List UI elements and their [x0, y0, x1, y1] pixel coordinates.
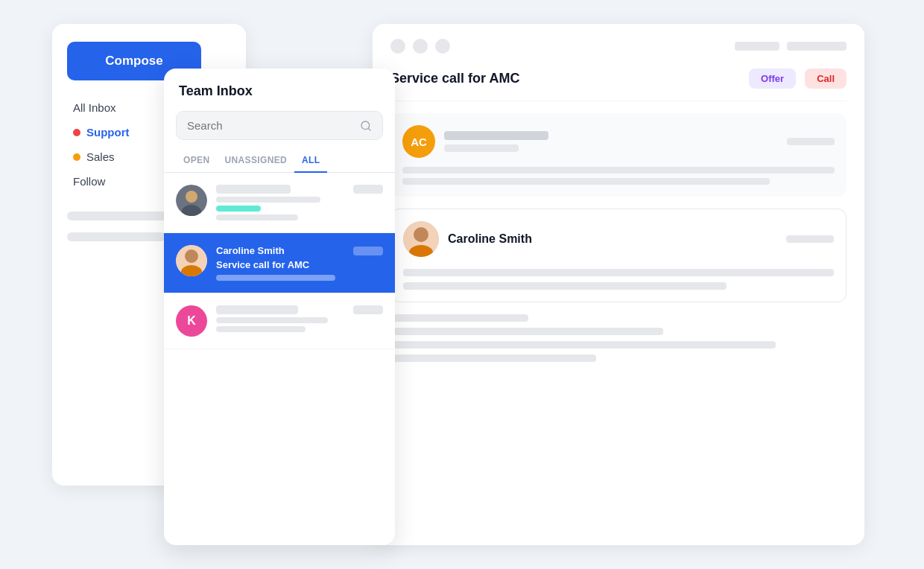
item-3-body-phs	[216, 317, 383, 332]
ph-f-3	[393, 341, 776, 349]
ph-ac-2	[402, 178, 770, 185]
ac-name-ph	[444, 131, 548, 140]
ph-c-2	[403, 282, 727, 290]
detail-title: Service call for AMC	[390, 71, 740, 86]
inbox-item-2[interactable]: Caroline Smith Service call for AMC	[164, 233, 395, 293]
detail-panel: Service call for AMC Offer Call AC	[373, 24, 864, 545]
ph-rect-2	[787, 42, 847, 51]
sidebar-item-label: Sales	[86, 150, 115, 163]
item-3-top	[216, 305, 383, 314]
item-2-name: Caroline Smith	[216, 245, 285, 256]
tag-offer-button[interactable]: Offer	[749, 69, 796, 89]
support-dot-icon	[73, 129, 80, 136]
item-1-time	[353, 185, 383, 194]
item-2-time	[353, 247, 383, 255]
inbox-item-3[interactable]: K	[164, 293, 395, 349]
ph-c-1	[403, 269, 834, 276]
item-3-time	[353, 305, 383, 314]
svg-line-1	[368, 128, 370, 130]
avatar-caroline	[176, 245, 207, 276]
svg-point-9	[414, 227, 428, 242]
search-icon	[360, 120, 372, 132]
ph-1	[216, 197, 320, 203]
detail-header: Service call for AMC Offer Call	[390, 69, 847, 101]
ac-sub-ph	[444, 144, 519, 152]
item-2-top: Caroline Smith	[216, 245, 383, 256]
ph-circle-3	[435, 39, 450, 54]
inbox-title: Team Inbox	[164, 69, 395, 99]
caroline-msg-header: Caroline Smith	[403, 221, 834, 257]
caroline-time-ph	[786, 235, 834, 243]
ac-msg-header: AC	[402, 125, 835, 158]
ac-avatar: AC	[402, 125, 435, 158]
ph-f-1	[393, 314, 528, 322]
item-3-content	[216, 305, 383, 332]
item-1-top	[216, 185, 383, 194]
avatar-photo-1	[176, 185, 207, 216]
ph-circle-1	[390, 39, 405, 54]
ac-message-card: AC	[390, 113, 847, 197]
ac-msg-meta	[444, 131, 778, 152]
item-1-content	[216, 185, 383, 220]
item-3-name-ph	[216, 305, 298, 314]
ph-3	[216, 214, 298, 220]
tab-open[interactable]: OPEN	[176, 149, 217, 173]
sidebar-placeholder-short	[67, 232, 165, 241]
svg-point-3	[186, 191, 197, 203]
ph-circle-2	[413, 39, 428, 54]
ac-body-phs	[402, 167, 835, 185]
item-1-body-phs	[216, 197, 383, 220]
scene: Compose All Inbox Support Sales Follow T…	[52, 24, 872, 545]
ph-ac-1	[402, 167, 835, 174]
ph-4	[216, 275, 335, 281]
item-1-name-ph	[216, 185, 291, 194]
sales-dot-icon	[73, 153, 80, 161]
ph-6	[216, 326, 306, 332]
ph-rect-1	[735, 42, 779, 51]
search-box[interactable]	[176, 111, 383, 140]
caroline-detail-photo	[403, 221, 439, 257]
svg-point-6	[185, 249, 198, 263]
tabs-bar: OPEN UNASSIGNED ALL	[164, 140, 395, 173]
detail-top-bar	[390, 39, 847, 54]
sidebar-item-label: Follow	[73, 175, 105, 188]
ph-2-teal	[216, 206, 261, 212]
caroline-detail-name: Caroline Smith	[448, 232, 777, 246]
sidebar-item-label: Support	[86, 126, 130, 139]
search-input[interactable]	[187, 119, 354, 132]
tab-all[interactable]: ALL	[294, 149, 327, 173]
ph-f-4	[393, 355, 596, 362]
item-2-phs	[216, 275, 383, 281]
caroline-body-phs	[403, 269, 834, 290]
detail-footer-phs	[390, 314, 847, 362]
inbox-item-1[interactable]	[164, 173, 395, 233]
sidebar-item-label: All Inbox	[73, 101, 116, 114]
avatar-1	[176, 185, 207, 216]
item-2-content: Caroline Smith Service call for AMC	[216, 245, 383, 281]
caroline-message-card: Caroline Smith	[390, 209, 847, 302]
tag-call-button[interactable]: Call	[805, 69, 847, 89]
caroline-avatar-photo	[176, 245, 207, 276]
caroline-detail-avatar	[403, 221, 439, 257]
ph-5	[216, 317, 328, 323]
ph-f-2	[393, 328, 663, 335]
item-2-subject: Service call for AMC	[216, 259, 383, 270]
inbox-list: Caroline Smith Service call for AMC K	[164, 173, 395, 545]
tab-unassigned[interactable]: UNASSIGNED	[217, 149, 294, 173]
inbox-panel: Team Inbox OPEN UNASSIGNED ALL	[164, 69, 395, 545]
ac-time-ph	[787, 138, 835, 145]
avatar-k: K	[176, 305, 207, 337]
